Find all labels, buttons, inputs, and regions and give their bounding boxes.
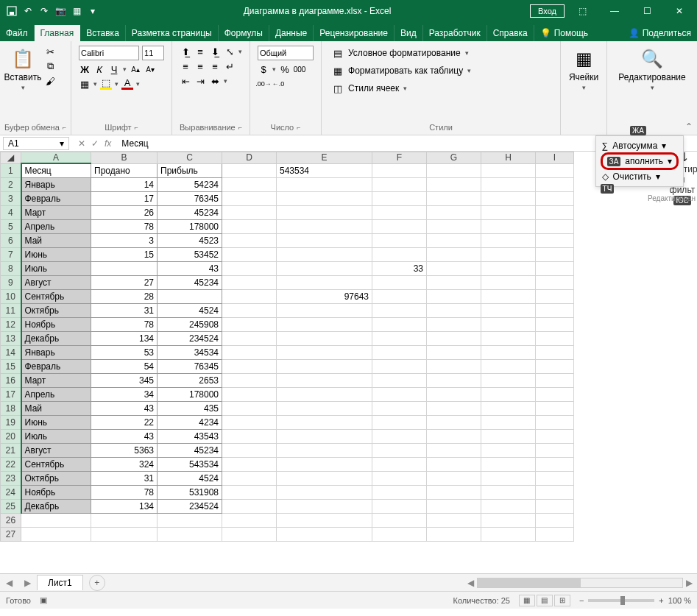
cell[interactable]: 345 bbox=[91, 373, 158, 387]
cell[interactable] bbox=[427, 415, 481, 429]
cell[interactable]: 178000 bbox=[158, 219, 222, 233]
column-header-G[interactable]: G bbox=[427, 152, 481, 164]
cell[interactable] bbox=[481, 429, 536, 443]
tab-insert[interactable]: Вставка bbox=[80, 25, 126, 41]
row-header[interactable]: 23 bbox=[1, 471, 21, 485]
row-header[interactable]: 16 bbox=[1, 373, 21, 387]
cell[interactable]: 78 bbox=[91, 219, 158, 233]
row-header[interactable]: 24 bbox=[1, 485, 21, 499]
cell[interactable] bbox=[481, 233, 536, 247]
cell[interactable] bbox=[372, 233, 427, 247]
decrease-font-icon[interactable]: A▾ bbox=[144, 63, 156, 75]
row-header[interactable]: 25 bbox=[1, 499, 21, 513]
cell[interactable] bbox=[372, 443, 427, 457]
macro-record-icon[interactable]: ▣ bbox=[40, 595, 47, 605]
tab-file[interactable]: Файл bbox=[0, 25, 35, 41]
login-button[interactable]: Вход bbox=[530, 4, 565, 18]
tab-review[interactable]: Рецензирование bbox=[314, 25, 395, 41]
cell[interactable]: Месяц bbox=[21, 163, 91, 177]
cell[interactable] bbox=[372, 219, 427, 233]
cell[interactable] bbox=[277, 401, 372, 415]
cell[interactable] bbox=[372, 317, 427, 331]
cell[interactable] bbox=[536, 499, 574, 513]
cancel-entry-icon[interactable]: ✕ bbox=[78, 138, 85, 149]
fx-icon[interactable]: fx bbox=[105, 138, 111, 149]
camera-icon[interactable]: 📷 bbox=[54, 5, 66, 17]
cell[interactable] bbox=[536, 289, 574, 303]
cell[interactable] bbox=[427, 471, 481, 485]
column-header-E[interactable]: E bbox=[277, 152, 372, 164]
cell[interactable]: Июнь bbox=[21, 415, 91, 429]
cell[interactable] bbox=[536, 303, 574, 317]
column-header-C[interactable]: C bbox=[158, 152, 222, 164]
column-header-D[interactable]: D bbox=[222, 152, 277, 164]
editing-button[interactable]: 🔍 Редактирование ▾ bbox=[612, 44, 693, 94]
cell[interactable] bbox=[536, 163, 574, 177]
cell[interactable]: 26 bbox=[91, 205, 158, 219]
cell[interactable] bbox=[372, 415, 427, 429]
cell[interactable] bbox=[277, 205, 372, 219]
cell[interactable] bbox=[277, 373, 372, 387]
underline-button[interactable]: Ч bbox=[108, 63, 120, 75]
cell[interactable] bbox=[481, 527, 536, 541]
cell[interactable] bbox=[372, 401, 427, 415]
cell[interactable]: 34 bbox=[91, 387, 158, 401]
clear-button[interactable]: ◇Очистить▾ bbox=[601, 170, 679, 183]
row-header[interactable]: 13 bbox=[1, 331, 21, 345]
cell[interactable] bbox=[536, 359, 574, 373]
cell[interactable]: Март bbox=[21, 205, 91, 219]
cell[interactable] bbox=[481, 373, 536, 387]
cell[interactable] bbox=[277, 513, 372, 527]
cell[interactable]: 234524 bbox=[158, 499, 222, 513]
comma-icon[interactable]: 000 bbox=[294, 63, 305, 75]
cell[interactable] bbox=[481, 303, 536, 317]
cell[interactable] bbox=[481, 359, 536, 373]
cell[interactable] bbox=[536, 415, 574, 429]
cell[interactable]: Июль bbox=[21, 261, 91, 275]
cell[interactable] bbox=[481, 471, 536, 485]
cell[interactable]: 2653 bbox=[158, 373, 222, 387]
select-all-corner[interactable]: ◢ bbox=[1, 152, 21, 164]
cell[interactable] bbox=[372, 387, 427, 401]
fill-color-icon[interactable]: ⬚ bbox=[100, 78, 112, 90]
horizontal-scrollbar[interactable]: ◀ ▶ bbox=[105, 578, 697, 588]
cell[interactable]: 76345 bbox=[158, 359, 222, 373]
font-size-input[interactable] bbox=[142, 46, 164, 60]
cell[interactable]: 53452 bbox=[158, 247, 222, 261]
cell[interactable] bbox=[277, 429, 372, 443]
cell[interactable] bbox=[372, 275, 427, 289]
cell[interactable]: 531908 bbox=[158, 485, 222, 499]
cell[interactable]: 543534 bbox=[277, 163, 372, 177]
cell[interactable] bbox=[372, 247, 427, 261]
cell[interactable] bbox=[372, 373, 427, 387]
cell[interactable] bbox=[481, 191, 536, 205]
row-header[interactable]: 1 bbox=[1, 163, 21, 177]
cell[interactable] bbox=[372, 191, 427, 205]
cell[interactable] bbox=[222, 247, 277, 261]
column-header-I[interactable]: I bbox=[536, 152, 574, 164]
collapse-ribbon-icon[interactable]: ⌃ bbox=[685, 121, 693, 132]
cell[interactable] bbox=[372, 359, 427, 373]
tab-formulas[interactable]: Формулы bbox=[219, 25, 269, 41]
cell[interactable]: 78 bbox=[91, 317, 158, 331]
cell[interactable] bbox=[222, 429, 277, 443]
zoom-slider[interactable] bbox=[588, 599, 654, 602]
cell[interactable] bbox=[372, 513, 427, 527]
tab-developer[interactable]: Разработчик bbox=[423, 25, 487, 41]
row-header[interactable]: 17 bbox=[1, 387, 21, 401]
cell[interactable] bbox=[427, 261, 481, 275]
cell[interactable] bbox=[372, 205, 427, 219]
increase-indent-icon[interactable]: ⇥ bbox=[194, 75, 206, 87]
cell[interactable] bbox=[481, 513, 536, 527]
cell[interactable] bbox=[91, 261, 158, 275]
cell[interactable] bbox=[222, 387, 277, 401]
cell[interactable]: Январь bbox=[21, 177, 91, 191]
bold-button[interactable]: Ж bbox=[79, 63, 91, 75]
confirm-entry-icon[interactable]: ✓ bbox=[91, 138, 99, 149]
cell[interactable]: Ноябрь bbox=[21, 485, 91, 499]
cell[interactable] bbox=[427, 443, 481, 457]
cell[interactable] bbox=[427, 317, 481, 331]
cell[interactable]: 245908 bbox=[158, 317, 222, 331]
cell[interactable] bbox=[222, 513, 277, 527]
view-normal-icon[interactable]: ▦ bbox=[519, 595, 535, 606]
